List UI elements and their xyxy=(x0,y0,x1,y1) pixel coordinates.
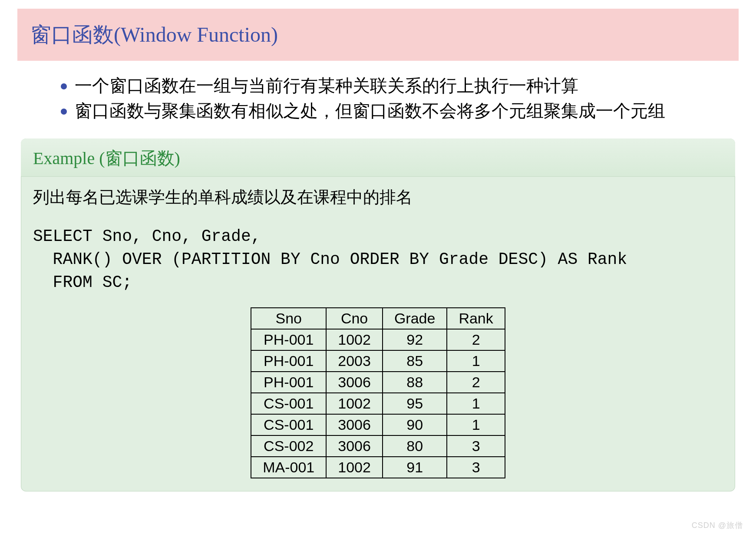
table-row: CS-002 3006 80 3 xyxy=(251,435,505,457)
bullet-icon xyxy=(61,83,67,89)
example-description: 列出每名已选课学生的单科成绩以及在课程中的排名 xyxy=(33,186,723,208)
table-row: PH-001 3006 88 2 xyxy=(251,372,505,393)
table-header-row: Sno Cno Grade Rank xyxy=(251,308,505,329)
table-row: CS-001 3006 90 1 xyxy=(251,414,505,435)
table-cell: PH-001 xyxy=(251,329,326,350)
table-cell: 3 xyxy=(447,457,505,478)
table-row: CS-001 1002 95 1 xyxy=(251,393,505,414)
slide-title-block: 窗口函数(Window Function) xyxy=(17,9,739,61)
table-cell: 90 xyxy=(383,414,447,435)
table-cell: 1 xyxy=(447,393,505,414)
table-cell: 2 xyxy=(447,372,505,393)
bullet-text: 窗口函数与聚集函数有相似之处，但窗口函数不会将多个元组聚集成一个元组 xyxy=(75,99,713,123)
table-cell: PH-001 xyxy=(251,372,326,393)
table-cell: PH-001 xyxy=(251,350,326,372)
slide-title: 窗口函数(Window Function) xyxy=(30,21,726,49)
table-header-cell: Rank xyxy=(447,308,505,329)
table-header-cell: Grade xyxy=(383,308,447,329)
table-cell: 1002 xyxy=(326,457,383,478)
example-block: Example (窗口函数) 列出每名已选课学生的单科成绩以及在课程中的排名 S… xyxy=(21,138,735,491)
table-cell: 3 xyxy=(447,435,505,457)
example-header: Example (窗口函数) xyxy=(21,138,735,177)
slide-container: 窗口函数(Window Function) 一个窗口函数在一组与当前行有某种关联… xyxy=(0,0,756,500)
table-cell: 95 xyxy=(383,393,447,414)
table-cell: CS-001 xyxy=(251,393,326,414)
table-cell: 92 xyxy=(383,329,447,350)
table-cell: 1002 xyxy=(326,329,383,350)
table-cell: 1002 xyxy=(326,393,383,414)
table-row: PH-001 2003 85 1 xyxy=(251,350,505,372)
bullet-item: 窗口函数与聚集函数有相似之处，但窗口函数不会将多个元组聚集成一个元组 xyxy=(61,99,713,123)
table-header-cell: Sno xyxy=(251,308,326,329)
example-body: 列出每名已选课学生的单科成绩以及在课程中的排名 SELECT Sno, Cno,… xyxy=(21,177,735,491)
bullet-list: 一个窗口函数在一组与当前行有某种关联关系的行上执行一种计算 窗口函数与聚集函数有… xyxy=(17,74,739,123)
table-cell: 2003 xyxy=(326,350,383,372)
watermark: CSDN @旅僧 xyxy=(692,520,743,531)
table-cell: 1 xyxy=(447,350,505,372)
table-cell: 85 xyxy=(383,350,447,372)
bullet-text: 一个窗口函数在一组与当前行有某种关联关系的行上执行一种计算 xyxy=(75,74,713,98)
table-body: PH-001 1002 92 2 PH-001 2003 85 1 PH-001… xyxy=(251,329,505,478)
sql-code: SELECT Sno, Cno, Grade, RANK() OVER (PAR… xyxy=(33,225,723,294)
bullet-icon xyxy=(61,109,67,115)
table-row: MA-001 1002 91 3 xyxy=(251,457,505,478)
table-cell: CS-001 xyxy=(251,414,326,435)
table-cell: 3006 xyxy=(326,435,383,457)
example-title: Example (窗口函数) xyxy=(33,148,180,168)
table-row: PH-001 1002 92 2 xyxy=(251,329,505,350)
table-cell: 80 xyxy=(383,435,447,457)
table-cell: 3006 xyxy=(326,414,383,435)
result-table: Sno Cno Grade Rank PH-001 1002 92 2 PH-0… xyxy=(251,307,505,478)
table-cell: 1 xyxy=(447,414,505,435)
table-cell: CS-002 xyxy=(251,435,326,457)
table-cell: 91 xyxy=(383,457,447,478)
table-cell: MA-001 xyxy=(251,457,326,478)
table-cell: 88 xyxy=(383,372,447,393)
table-header-cell: Cno xyxy=(326,308,383,329)
bullet-item: 一个窗口函数在一组与当前行有某种关联关系的行上执行一种计算 xyxy=(61,74,713,98)
table-cell: 3006 xyxy=(326,372,383,393)
table-cell: 2 xyxy=(447,329,505,350)
